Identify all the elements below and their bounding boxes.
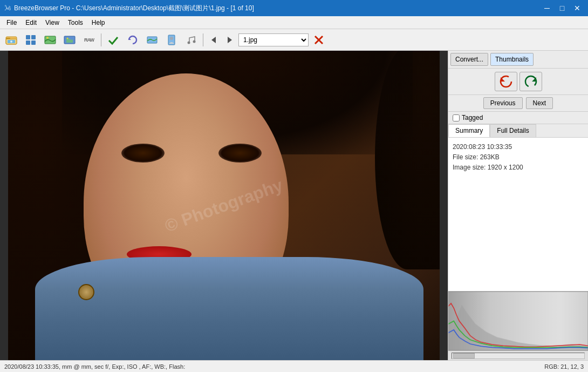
svg-point-18 <box>193 40 196 43</box>
svg-point-4 <box>10 40 12 43</box>
summary-date: 2020:08:23 10:33:35 <box>453 142 584 152</box>
svg-point-17 <box>188 41 190 44</box>
summary-imagesize-label: Image size: <box>453 164 486 171</box>
summary-filesize-label: File size: <box>453 153 478 161</box>
svg-marker-20 <box>228 37 232 43</box>
title-bar-left: 🌬 BreezeBrowser Pro - C:\Users\Administr… <box>4 4 254 13</box>
svg-point-16 <box>170 37 173 40</box>
summary-tabs: Summary Full Details <box>448 124 588 138</box>
menu-view[interactable]: View <box>41 18 64 28</box>
menu-edit[interactable]: Edit <box>21 18 41 28</box>
status-right: RGB: 21, 12, 3 <box>544 363 584 370</box>
file-dropdown[interactable]: 1.jpg 2.jpg 3.jpg 4.jpg 5.jpg 6.jpg 7.jp… <box>238 33 309 46</box>
rotate-left-button[interactable] <box>495 72 517 91</box>
right-top-buttons: Convert... Thumbnails <box>448 51 588 69</box>
compare-button[interactable] <box>41 31 59 49</box>
scrollbar-thumb[interactable] <box>453 353 475 359</box>
portrait-button[interactable] <box>162 31 181 49</box>
fullscreen-button[interactable] <box>60 31 79 49</box>
tagged-checkbox[interactable] <box>453 114 460 121</box>
eye-right <box>218 144 262 163</box>
convert-button[interactable]: Convert... <box>450 53 488 66</box>
summary-imagesize-row: Image size: 1920 x 1200 <box>453 163 584 173</box>
summary-imagesize-value: 1920 x 1200 <box>488 164 523 171</box>
svg-point-12 <box>67 37 69 39</box>
svg-rect-5 <box>26 35 30 39</box>
tagged-label[interactable]: Tagged <box>453 114 483 121</box>
title-bar: 🌬 BreezeBrowser Pro - C:\Users\Administr… <box>0 0 588 16</box>
svg-point-10 <box>46 37 49 39</box>
summary-filesize-value: 263KB <box>480 153 500 161</box>
maximize-button[interactable]: □ <box>556 3 569 13</box>
status-bar: 2020/08/23 10:33:35, mm @ mm, sec f/, Ex… <box>0 360 588 372</box>
title-bar-text: BreezeBrowser Pro - C:\Users\Administrat… <box>14 4 254 13</box>
svg-rect-8 <box>31 40 36 45</box>
right-scrollbar[interactable] <box>452 353 585 359</box>
right-panel: Convert... Thumbnails Previous Nex <box>448 51 588 360</box>
summary-content: 2020:08:23 10:33:35 File size: 263KB Ima… <box>448 138 588 291</box>
grid-view-button[interactable] <box>22 31 40 49</box>
close-button[interactable]: ✕ <box>571 3 584 13</box>
main-content: © Photography Convert... Thumbnails <box>0 51 588 360</box>
menu-bar: File Edit View Tools Help <box>0 16 588 29</box>
minimize-button[interactable]: ─ <box>541 3 553 13</box>
svg-rect-6 <box>31 35 36 39</box>
rotate-ccw-button[interactable] <box>124 31 142 49</box>
landscape-button[interactable] <box>143 31 161 49</box>
status-left: 2020/08/23 10:33:35, mm @ mm, sec f/, Ex… <box>4 363 185 370</box>
stop-button[interactable] <box>310 31 328 49</box>
image-panel: © Photography <box>0 51 448 360</box>
toolbar-separator-1 <box>101 33 101 46</box>
thumbnails-button[interactable]: Thumbnails <box>490 53 534 66</box>
summary-filesize-row: File size: 263KB <box>453 152 584 163</box>
rotate-area <box>448 69 588 95</box>
app-icon: 🌬 <box>4 4 11 12</box>
menu-tools[interactable]: Tools <box>64 18 87 28</box>
music-button[interactable] <box>182 31 200 49</box>
forward-button[interactable] <box>222 31 237 49</box>
jacket-area <box>35 257 423 361</box>
back-button[interactable] <box>206 31 221 49</box>
eye-left <box>121 144 165 163</box>
toolbar-separator-2 <box>203 33 203 46</box>
menu-help[interactable]: Help <box>87 18 110 28</box>
browse-button[interactable] <box>2 31 20 49</box>
title-bar-controls: ─ □ ✕ <box>541 3 584 13</box>
histogram-canvas <box>448 292 588 350</box>
check-button[interactable] <box>104 31 122 49</box>
tagged-row: Tagged <box>448 112 588 124</box>
main-image: © Photography <box>8 51 440 360</box>
tab-full-details[interactable]: Full Details <box>490 124 536 137</box>
tab-summary[interactable]: Summary <box>448 124 490 137</box>
svg-marker-19 <box>211 37 216 43</box>
nav-buttons: Previous Next <box>448 95 588 112</box>
right-bottom-bar <box>448 350 588 360</box>
photo-simulation: © Photography <box>8 51 440 360</box>
svg-rect-7 <box>26 40 30 45</box>
previous-button[interactable]: Previous <box>483 97 523 109</box>
toolbar: RAW <box>0 29 588 51</box>
tagged-text: Tagged <box>462 114 483 121</box>
jacket-button <box>78 284 94 300</box>
next-button[interactable]: Next <box>526 97 553 109</box>
histogram-area <box>448 291 588 350</box>
rotate-right-button[interactable] <box>519 72 542 91</box>
menu-file[interactable]: File <box>2 18 21 28</box>
raw-button[interactable]: RAW <box>80 31 98 49</box>
